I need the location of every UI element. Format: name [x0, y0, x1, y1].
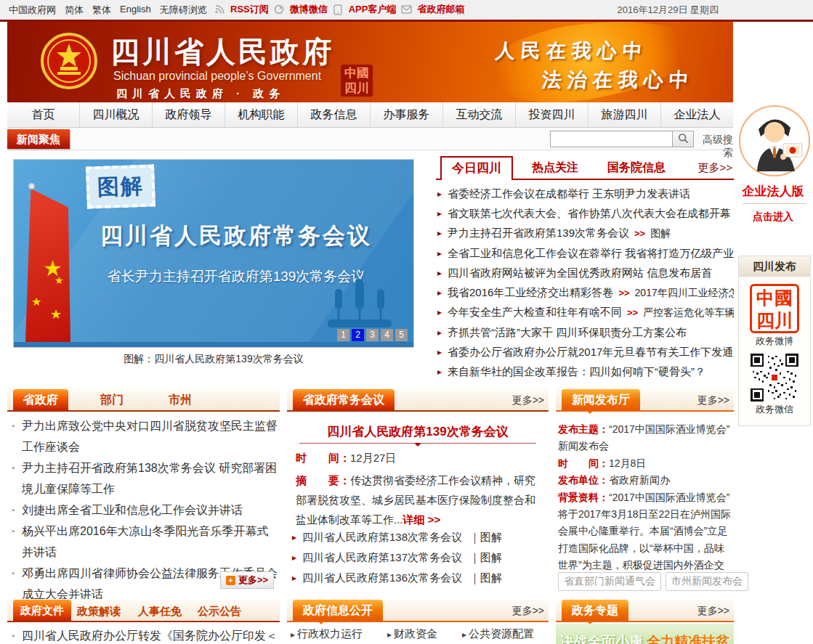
- topbar-link-accessibility[interactable]: 无障碍浏览: [160, 4, 207, 17]
- topics-section-tab[interactable]: 政务专题: [562, 600, 628, 621]
- topbar-link-english[interactable]: English: [120, 4, 151, 17]
- news-item[interactable]: 来自新华社的国企改革报告：四川如何啃下“硬骨头”？: [436, 362, 734, 382]
- nav-info[interactable]: 政务信息: [298, 102, 371, 127]
- tab-departments[interactable]: 部门: [100, 393, 124, 408]
- nav-leaders[interactable]: 政府领导: [153, 102, 225, 127]
- detail-link[interactable]: 详细 >>: [403, 513, 441, 526]
- docs-item[interactable]: 四川省人民政府办公厅转发《国务院办公厅印发＜关于: [7, 626, 280, 644]
- news-item[interactable]: 省委办公厅省政府办公厅就2017年元旦春节有关工作下发通知: [436, 343, 734, 362]
- meeting-section-tab[interactable]: 省政府常务会议: [293, 389, 395, 410]
- news-item[interactable]: 齐抓共管“活路”大家干 四川环保职责分工方案公布: [436, 323, 734, 343]
- abstract-label: 摘 要：: [296, 474, 350, 486]
- gov-more-button[interactable]: + 更多>>: [220, 571, 274, 589]
- tab-provincial-gov[interactable]: 省政府: [13, 389, 68, 410]
- meeting-headline[interactable]: 四川省人民政府第139次常务会议: [287, 423, 549, 440]
- news-more-link[interactable]: 更多>>: [697, 161, 732, 175]
- topbar-link-simplified[interactable]: 简体: [65, 4, 84, 17]
- nav-legal-person[interactable]: 企业法人: [661, 102, 733, 127]
- topbar-quick-links: RSS订阅 微博微信 APP客户端 省政府邮箱: [214, 3, 464, 16]
- pager-dot-1[interactable]: 1: [337, 329, 349, 341]
- news-item[interactable]: 省委经济工作会议在成都举行 王东明尹力发表讲话: [436, 184, 734, 204]
- meeting-item-infographic[interactable]: ｜图解: [469, 571, 502, 584]
- news-item[interactable]: 我省2016年工业经济交出精彩答卷>>2017年四川工业经济怎么干？: [436, 283, 734, 303]
- rss-link[interactable]: RSS订阅: [230, 3, 269, 16]
- meeting-item[interactable]: 四川省人民政府第138次常务会议｜图解: [291, 527, 546, 547]
- tab-personnel[interactable]: 人事任免: [138, 605, 182, 619]
- meeting-item-infographic[interactable]: ｜图解: [469, 531, 502, 543]
- background-label: 背景资料：: [558, 492, 609, 503]
- press-section-tab[interactable]: 新闻发布厅: [562, 389, 640, 410]
- meeting-more-link[interactable]: 更多>>: [512, 394, 544, 407]
- click-enter-link[interactable]: 点击进入: [734, 211, 812, 224]
- search-input[interactable]: [550, 131, 672, 147]
- pager-dot-5[interactable]: 5: [395, 329, 408, 341]
- nav-functions[interactable]: 机构职能: [225, 102, 298, 127]
- business-person-avatar[interactable]: [738, 105, 811, 177]
- rss-icon: [214, 4, 225, 15]
- tab-today-sichuan[interactable]: 今日四川: [440, 156, 513, 180]
- meeting-item-infographic[interactable]: ｜图解: [469, 551, 502, 563]
- gov-news-item[interactable]: 杨兴平出席2016年大凉山冬季阳光音乐季开幕式并讲话: [7, 521, 280, 563]
- news-panel: 今日四川 热点关注 国务院信息 更多>> 省委经济工作会议在成都举行 王东明尹力…: [436, 156, 734, 380]
- topbar-link-govcn[interactable]: 中国政府网: [9, 4, 56, 17]
- legal-person-version-link[interactable]: 企业法人版: [734, 183, 812, 200]
- link-fiscal-funds[interactable]: 财政资金: [387, 627, 437, 641]
- header-seal-stamp: 中國四川: [340, 64, 373, 97]
- gov-wechat-label: 政务微信: [739, 403, 810, 416]
- pager-dot-4[interactable]: 4: [381, 329, 393, 341]
- topics-banner[interactable]: 决战全面小康 全力精准扶贫: [556, 624, 734, 644]
- nav-overview[interactable]: 四川概况: [80, 102, 153, 127]
- meeting-item-title: 四川省人民政府第138次常务会议: [302, 531, 462, 543]
- news-item[interactable]: 尹力主持召开省政府第139次常务会议>>图解: [436, 224, 734, 244]
- nav-invest[interactable]: 投资四川: [516, 102, 588, 127]
- link-public-resources[interactable]: 公共资源配置: [462, 627, 534, 641]
- city-release-button[interactable]: 市州新闻发布会: [666, 572, 748, 591]
- meeting-item[interactable]: 四川省人民政府第137次常务会议｜图解: [291, 547, 546, 568]
- carousel-pager: 1 2 3 4 5: [337, 329, 408, 341]
- tab-gov-documents[interactable]: 政府文件: [13, 600, 71, 621]
- docs-section-head: 政府文件 政策解读 人事任免 公示公告: [7, 599, 280, 622]
- news-item[interactable]: 四川省政府网站被评为全国优秀政府网站 信息发布居首: [436, 264, 734, 283]
- tab-policy-interpretation[interactable]: 政策解读: [77, 605, 121, 619]
- dept-briefing-button[interactable]: 省直部门新闻通气会: [558, 572, 661, 591]
- news-item[interactable]: 今年安全生产大检查和往年有啥不同>>严控客运危化等车辆: [436, 303, 734, 323]
- tab-cities[interactable]: 市州: [169, 393, 192, 408]
- gov-news-item[interactable]: 尹力主持召开省政府第138次常务会议 研究部署困境儿童保障等工作: [7, 457, 280, 500]
- pager-dot-2-active[interactable]: 2: [352, 329, 364, 341]
- nav-interaction[interactable]: 互动交流: [443, 102, 516, 127]
- meeting-item[interactable]: 四川省人民政府第136次常务会议｜图解: [291, 568, 546, 588]
- news-item-text: 省文联第七次代表大会、省作协第八次代表大会在成都开幕: [448, 207, 731, 219]
- openinfo-more-link[interactable]: 更多>>: [512, 605, 544, 618]
- press-more-link[interactable]: 更多>>: [697, 394, 729, 407]
- search-button[interactable]: [672, 131, 694, 147]
- nav-services[interactable]: 办事服务: [371, 102, 443, 127]
- app-icon: [333, 4, 344, 15]
- tab-hot-topics[interactable]: 热点关注: [532, 160, 578, 176]
- meeting-item-title: 四川省人民政府第136次常务会议: [302, 571, 462, 584]
- meeting-abstract: 摘 要：传达贯彻省委经济工作会议精神，研究部署脱贫攻坚、城乡居民基本医疗保险制度…: [296, 470, 544, 529]
- nav-home[interactable]: 首页: [7, 102, 80, 127]
- weibo-wechat-link[interactable]: 微博微信: [290, 3, 328, 16]
- news-item-text: 我省2016年工业经济交出精彩答卷: [448, 286, 613, 298]
- tab-public-notice[interactable]: 公示公告: [198, 605, 241, 619]
- gov-mail-link[interactable]: 省政府邮箱: [417, 3, 464, 16]
- news-item[interactable]: 省文联第七次代表大会、省作协第八次代表大会在成都开幕: [436, 204, 734, 224]
- gov-news-item[interactable]: 尹力出席致公党中央对口四川省脱贫攻坚民主监督工作座谈会: [7, 415, 280, 457]
- nav-travel[interactable]: 旅游四川: [588, 102, 661, 127]
- topics-more-link[interactable]: 更多>>: [697, 605, 729, 618]
- topbar-link-traditional[interactable]: 繁体: [92, 4, 111, 17]
- tab-state-council[interactable]: 国务院信息: [607, 160, 666, 176]
- weibo-seal-image[interactable]: 中國四川: [750, 284, 799, 333]
- carousel-caption[interactable]: 图解：四川省人民政府第139次常务会议: [13, 353, 414, 366]
- link-admin-power[interactable]: 行政权力运行: [291, 627, 363, 641]
- app-client-link[interactable]: APP客户端: [349, 3, 397, 16]
- news-item-sep: >>: [618, 288, 629, 298]
- site-title-english: Sichuan provincial people’s Government: [113, 70, 321, 83]
- news-carousel[interactable]: ★ ★ ★ ★ 图解 四川省人民政府常务会议 省长尹力主持召开省政府第139次常…: [13, 159, 414, 348]
- pager-dot-3[interactable]: 3: [366, 329, 379, 341]
- news-item-sep: >>: [627, 307, 638, 318]
- gov-news-item[interactable]: 刘捷出席全省工业和信息化工作会议并讲话: [7, 500, 280, 521]
- red-flag-graphic: ★ ★ ★ ★: [25, 189, 70, 343]
- openinfo-section-tab[interactable]: 政府信息公开: [293, 600, 383, 621]
- news-item[interactable]: 全省工业和信息化工作会议在蓉举行 我省将打造万亿级产业集群: [436, 244, 734, 264]
